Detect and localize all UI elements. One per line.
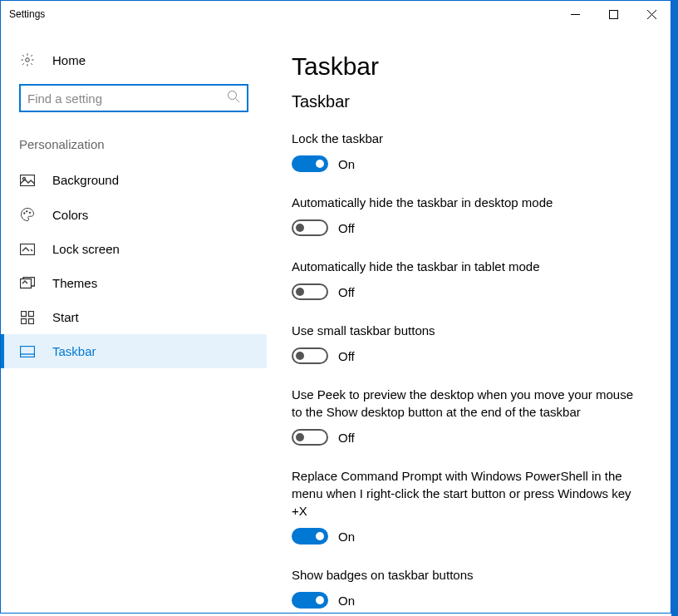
toggle-row: On: [292, 155, 646, 172]
setting-lock-taskbar: Lock the taskbar On: [292, 130, 646, 172]
svg-point-11: [29, 212, 31, 214]
setting-powershell: Replace Command Prompt with Windows Powe…: [292, 467, 646, 545]
minimize-icon: [571, 10, 580, 19]
toggle-row: On: [292, 592, 646, 609]
toggle-row: Off: [292, 219, 646, 236]
toggle-knob: [316, 532, 324, 540]
svg-rect-14: [22, 311, 27, 316]
toggle-powershell[interactable]: [292, 528, 328, 545]
page-title: Taskbar: [292, 52, 646, 81]
toggle-autohide-tablet[interactable]: [292, 283, 328, 300]
sidebar-item-lockscreen[interactable]: Lock screen: [1, 232, 267, 266]
home-label: Home: [52, 53, 86, 67]
sidebar-item-label: Taskbar: [52, 344, 96, 358]
search-icon: [227, 90, 240, 106]
sidebar-item-taskbar[interactable]: Taskbar: [1, 334, 267, 368]
svg-point-9: [24, 213, 26, 214]
picture-icon: [19, 175, 36, 186]
toggle-lock-taskbar[interactable]: [292, 155, 328, 172]
svg-point-5: [228, 91, 237, 100]
search-container: [1, 76, 267, 129]
svg-rect-13: [21, 278, 32, 288]
setting-autohide-tablet: Automatically hide the taskbar in tablet…: [292, 258, 646, 300]
palette-icon: [19, 207, 36, 222]
maximize-button[interactable]: [594, 1, 632, 27]
toggle-knob: [296, 288, 304, 296]
taskbar-icon: [19, 346, 36, 357]
toggle-state: On: [338, 594, 355, 608]
setting-label: Use small taskbar buttons: [292, 322, 646, 339]
toggle-state: On: [338, 530, 355, 544]
toggle-knob: [296, 224, 304, 232]
setting-label: Replace Command Prompt with Windows Powe…: [292, 467, 646, 520]
setting-label: Automatically hide the taskbar in tablet…: [292, 258, 646, 275]
section-title: Taskbar: [292, 92, 646, 111]
setting-label: Automatically hide the taskbar in deskto…: [292, 194, 646, 211]
svg-point-4: [26, 58, 30, 62]
toggle-state: On: [338, 157, 355, 171]
body: Home Personalization Background: [1, 27, 671, 613]
window-title: Settings: [9, 8, 45, 20]
svg-rect-15: [29, 311, 34, 316]
svg-rect-17: [29, 318, 34, 323]
home-button[interactable]: Home: [1, 44, 267, 76]
setting-label: Show badges on taskbar buttons: [292, 566, 646, 584]
search-box[interactable]: [19, 84, 248, 112]
right-accent: [671, 0, 678, 616]
settings-window: Settings Home: [0, 0, 671, 614]
svg-point-10: [27, 211, 28, 213]
sidebar-item-label: Background: [52, 173, 119, 187]
sidebar-item-label: Lock screen: [52, 242, 120, 256]
themes-icon: [19, 277, 36, 290]
category-label: Personalization: [1, 129, 267, 163]
sidebar-item-label: Start: [52, 310, 79, 324]
toggle-peek[interactable]: [292, 429, 328, 446]
lockscreen-icon: [19, 244, 36, 255]
gear-icon: [19, 52, 36, 67]
close-icon: [647, 10, 656, 19]
toggle-knob: [316, 160, 324, 168]
toggle-row: On: [292, 528, 646, 545]
toggle-knob: [296, 352, 304, 360]
content-area: Taskbar Taskbar Lock the taskbar On Auto…: [267, 27, 671, 613]
close-button[interactable]: [632, 1, 671, 27]
sidebar-item-background[interactable]: Background: [1, 163, 267, 197]
toggle-small-buttons[interactable]: [292, 347, 328, 364]
sidebar-item-colors[interactable]: Colors: [1, 197, 267, 232]
svg-rect-18: [21, 346, 35, 357]
toggle-knob: [316, 596, 324, 604]
svg-rect-1: [609, 10, 617, 18]
toggle-state: Off: [338, 431, 355, 445]
maximize-icon: [609, 10, 618, 19]
sidebar-item-label: Themes: [52, 276, 97, 290]
start-icon: [19, 311, 36, 324]
toggle-state: Off: [338, 285, 355, 299]
toggle-autohide-desktop[interactable]: [292, 219, 328, 236]
sidebar-item-start[interactable]: Start: [1, 300, 267, 334]
search-input[interactable]: [27, 91, 227, 106]
titlebar: Settings: [1, 1, 671, 27]
sidebar-item-themes[interactable]: Themes: [1, 266, 267, 300]
toggle-row: Off: [292, 429, 646, 446]
sidebar-item-label: Colors: [52, 208, 88, 222]
minimize-button[interactable]: [556, 1, 594, 27]
setting-autohide-desktop: Automatically hide the taskbar in deskto…: [292, 194, 646, 236]
svg-rect-16: [22, 318, 27, 323]
sidebar: Home Personalization Background: [1, 27, 267, 613]
toggle-state: Off: [338, 349, 355, 363]
setting-small-buttons: Use small taskbar buttons Off: [292, 322, 646, 364]
setting-badges: Show badges on taskbar buttons On: [292, 566, 646, 609]
window-controls: [556, 1, 671, 27]
svg-rect-7: [21, 175, 35, 185]
toggle-row: Off: [292, 347, 646, 364]
setting-label: Use Peek to preview the desktop when you…: [292, 386, 646, 421]
setting-peek: Use Peek to preview the desktop when you…: [292, 386, 646, 446]
toggle-state: Off: [338, 221, 355, 235]
setting-label: Lock the taskbar: [292, 130, 646, 147]
svg-line-6: [236, 99, 240, 103]
toggle-knob: [296, 433, 304, 441]
toggle-row: Off: [292, 283, 646, 300]
toggle-badges[interactable]: [292, 592, 328, 609]
